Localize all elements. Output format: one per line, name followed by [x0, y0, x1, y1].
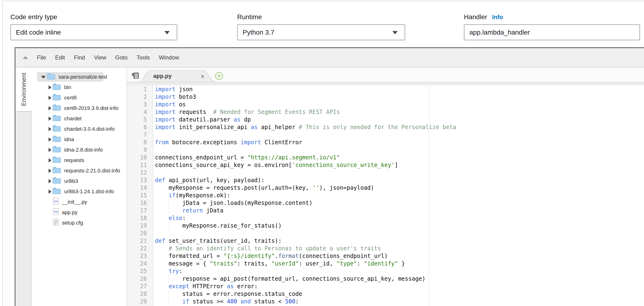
tree-item-label: urllib3: [64, 178, 78, 184]
tree-item-idna-2-8-dist-info[interactable]: idna-2.8.dist-info: [32, 145, 126, 155]
chevron-collapsed-icon[interactable]: [48, 85, 52, 90]
gutter-line-number: 14: [127, 184, 153, 192]
chevron-collapsed-icon[interactable]: [48, 158, 52, 163]
code-line-14: myResponse = requests.post(url,auth=(key…: [154, 184, 644, 192]
gutter-line-number: 22: [127, 245, 153, 252]
gutter-line-number: 15: [127, 192, 153, 199]
tree-item-chardet-3-0-4-dist-info[interactable]: chardet-3.0.4.dist-info: [32, 124, 126, 134]
code-entry-type-value: Edit code inline: [16, 29, 61, 36]
folder-icon: [47, 73, 56, 81]
handler-input[interactable]: app.lambda_handler: [464, 24, 640, 40]
code-line-23: formatted_url = "{:s}/identify".format(c…: [154, 252, 644, 260]
menu-item-window[interactable]: Window: [159, 54, 179, 61]
code-line-12: [154, 169, 644, 176]
code-line-24: message = { "traits": traits, "userId": …: [154, 260, 644, 267]
folder-icon: [52, 115, 61, 123]
runtime-value: Python 3.7: [243, 29, 274, 36]
tab-app-py[interactable]: [138, 70, 219, 82]
tree-item-certifi[interactable]: certifi: [32, 93, 126, 103]
tree-item-urllib3[interactable]: urllib3: [32, 176, 126, 186]
code-line-29: if status >= 400 and status < 500:: [154, 298, 644, 305]
code-line-21: def set_user_traits(user_id, traits):: [154, 237, 644, 245]
folder-icon: [52, 135, 61, 144]
chevron-collapsed-icon[interactable]: [48, 189, 52, 194]
code-entry-type-field: Code entry type Edit code inline: [10, 13, 177, 21]
chevron-collapsed-icon[interactable]: [48, 137, 52, 142]
code-line-3: import os: [154, 101, 644, 108]
tree-item-requests-2-21-0-dist-info[interactable]: requests-2.21.0.dist-info: [32, 166, 126, 176]
menu-item-tools[interactable]: Tools: [136, 54, 150, 61]
menu-item-file[interactable]: File: [37, 54, 46, 61]
code-line-25: try:: [154, 267, 644, 275]
chevron-down-icon: [164, 31, 170, 34]
gutter-line-number: 24: [127, 260, 153, 267]
indent-guide: [168, 207, 169, 214]
runtime-label: Runtime: [237, 13, 405, 21]
folder-icon: [52, 83, 61, 91]
tree-item-setup-cfg[interactable]: setup.cfg: [32, 218, 126, 228]
tree-item-chardet[interactable]: chardet: [32, 113, 126, 124]
gutter-line-number: 26: [127, 275, 153, 283]
chevron-collapsed-icon[interactable]: [48, 148, 52, 152]
collapse-menubar-icon[interactable]: [23, 56, 28, 59]
menu-item-goto[interactable]: Goto: [115, 54, 128, 61]
tree-item-urllib3-1-24-1-dist-info[interactable]: urllib3-1.24.1.dist-info: [32, 186, 126, 197]
chevron-expanded-icon[interactable]: [41, 75, 46, 79]
file-tree: sara-personalize-testbincertificertifi-2…: [32, 72, 126, 228]
tree-item-label: urllib3-1.24.1.dist-info: [64, 189, 114, 195]
chevron-collapsed-icon[interactable]: [48, 116, 52, 121]
gutter-line-number: 27: [127, 283, 153, 290]
gutter-line-number: 3: [127, 101, 153, 108]
runtime-select[interactable]: Python 3.7: [237, 24, 405, 40]
tree-item-label: certifi-2019.3.9.dist-info: [64, 105, 118, 111]
menu-item-edit[interactable]: Edit: [55, 54, 65, 61]
code-entry-type-select[interactable]: Edit code inline: [10, 24, 177, 40]
ide-menubar: FileEditFindViewGotoToolsWindow: [16, 48, 644, 67]
handler-info-link[interactable]: Info: [492, 14, 503, 20]
config-file-icon: [53, 219, 59, 227]
editor-code-area[interactable]: import jsonimport boto3import osimport r…: [154, 85, 644, 306]
tree-item-sara-personalize-test[interactable]: sara-personalize-test: [32, 72, 126, 82]
code-line-16: jData = json.loads(myResponse.content): [154, 199, 644, 207]
gutter-line-number: 9: [127, 146, 153, 154]
menu-item-find[interactable]: Find: [74, 54, 85, 61]
new-tab-button[interactable]: [215, 71, 224, 80]
code-line-20: [154, 230, 644, 237]
gutter-line-number: 11: [127, 161, 153, 169]
folder-icon: [52, 188, 61, 196]
sidebar-tab-environment[interactable]: Environment: [16, 68, 32, 111]
code-line-22: # Sends an identify call to Personas to …: [154, 245, 644, 252]
python-file-icon: [53, 198, 59, 206]
folder-icon: [52, 177, 61, 185]
gutter-line-number: 16: [127, 199, 153, 207]
chevron-collapsed-icon[interactable]: [48, 179, 52, 184]
menu-item-view[interactable]: View: [94, 54, 106, 61]
code-line-27: except HTTPError as error:: [154, 283, 644, 290]
chevron-collapsed-icon[interactable]: [48, 106, 52, 111]
tab-list-icon[interactable]: [132, 72, 139, 79]
code-line-11: connections_source_api_key = os.environ[…: [154, 161, 644, 169]
tree-item--init-py[interactable]: __init__.py: [32, 197, 126, 207]
tree-item-idna[interactable]: idna: [32, 134, 126, 145]
tree-item-app-py[interactable]: app.py: [32, 207, 126, 218]
chevron-collapsed-icon[interactable]: [48, 95, 52, 100]
indent-guide: [168, 298, 169, 305]
gutter-line-number: 1: [127, 85, 153, 93]
gutter-line-number: 17: [127, 207, 153, 214]
code-line-15: if(myResponse.ok):: [154, 192, 644, 199]
gutter-line-number: 4: [127, 108, 153, 116]
tree-item-label: idna: [64, 136, 74, 143]
folder-icon: [52, 94, 61, 102]
gutter-line-number: 8: [127, 139, 153, 146]
code-line-4: import requests # Needed for Segment Eve…: [154, 108, 644, 116]
folder-icon: [52, 104, 61, 112]
tree-item-requests[interactable]: requests: [32, 155, 126, 166]
gutter-line-number: 6: [127, 123, 153, 131]
indent-guide: [168, 276, 169, 282]
indent-guide: [168, 222, 169, 229]
tab-close-icon[interactable]: ×: [199, 73, 206, 80]
chevron-collapsed-icon[interactable]: [48, 168, 52, 173]
tree-item-bin[interactable]: bin: [32, 82, 126, 93]
chevron-collapsed-icon[interactable]: [48, 127, 52, 131]
tree-item-certifi-2019-3-9-dist-info[interactable]: certifi-2019.3.9.dist-info: [32, 103, 126, 113]
